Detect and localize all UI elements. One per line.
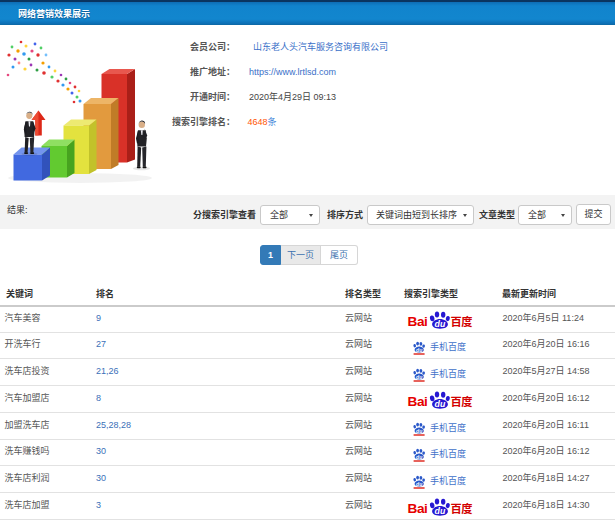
svg-text:du: du <box>416 481 422 487</box>
svg-text:Bai: Bai <box>408 313 428 328</box>
svg-text:Bai: Bai <box>408 393 428 408</box>
svg-text:Bai: Bai <box>408 500 428 515</box>
svg-text:du: du <box>416 347 422 353</box>
svg-text:du: du <box>416 427 422 433</box>
svg-text:百度: 百度 <box>451 313 473 329</box>
svg-text:du: du <box>416 454 422 460</box>
svg-text:du: du <box>435 319 446 329</box>
svg-text:du: du <box>435 399 446 409</box>
svg-text:百度: 百度 <box>451 500 473 516</box>
svg-text:百度: 百度 <box>451 393 473 409</box>
svg-text:du: du <box>435 506 446 516</box>
svg-text:du: du <box>416 374 422 380</box>
